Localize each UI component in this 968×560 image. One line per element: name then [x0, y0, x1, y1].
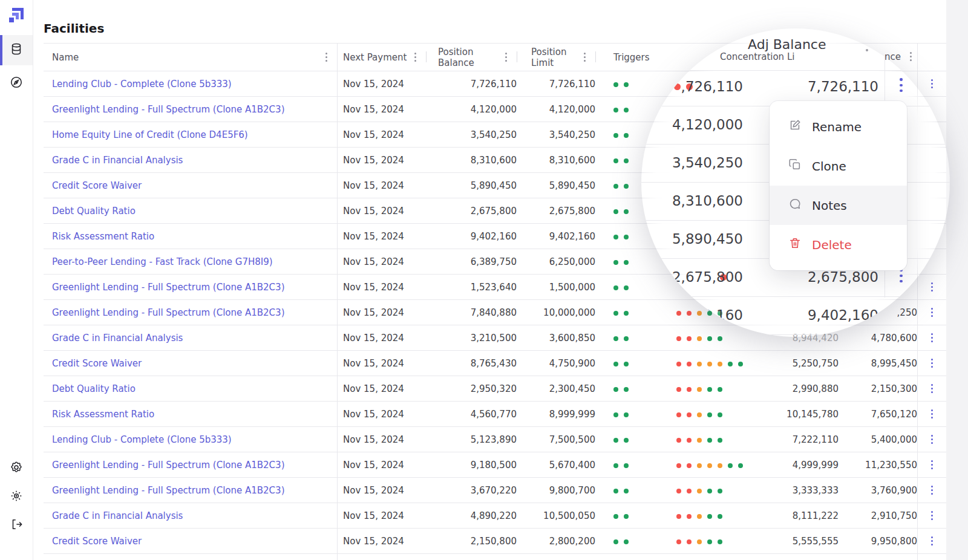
facility-name-link[interactable]: Debt Quality Ratio: [52, 383, 136, 394]
row-actions-kebab[interactable]: [931, 510, 933, 521]
adj-balance-cell: 7,222,110: [771, 434, 839, 445]
green-status-dot: [718, 514, 722, 519]
position-limit-cell: 2,800,200: [517, 536, 595, 547]
next-payment-cell: Nov 15, 2024: [337, 282, 426, 293]
red-status-dot: [687, 514, 692, 519]
sidebar-item-facilities[interactable]: [0, 35, 33, 65]
position-limit-cell: 8,310,600: [517, 155, 595, 166]
column-header-concentration-label[interactable]: Concentration Li: [720, 51, 794, 62]
row-actions-kebab[interactable]: [931, 459, 933, 470]
green-status-dot: [613, 82, 618, 87]
triggers-cell: [595, 307, 665, 318]
position-balance-cell: 4,890,220: [426, 510, 517, 521]
next-payment-cell: Nov 15, 2024: [337, 180, 426, 191]
position-limit-cell: 6,250,000: [517, 256, 595, 267]
menu-item-notes[interactable]: Notes: [770, 186, 907, 225]
position-balance-cell: 7,726,110: [426, 79, 517, 90]
green-status-dot: [707, 336, 712, 341]
lens-adj-balance-value: 3,540,250: [641, 144, 743, 182]
row-actions-kebab[interactable]: [900, 77, 903, 94]
adj-balance-cell: 4,999,999: [771, 460, 839, 470]
column-menu-icon[interactable]: [414, 51, 416, 63]
menu-item-label: Notes: [812, 198, 847, 213]
balance-cell: 2,910,750: [839, 510, 917, 521]
row-actions-kebab[interactable]: [931, 332, 933, 343]
column-header-next-payment[interactable]: Next Payment: [337, 44, 426, 71]
position-limit-cell: 7,726,110: [517, 79, 595, 90]
facility-name-link[interactable]: Risk Assessment Ratio: [52, 409, 154, 420]
facility-name-link[interactable]: Greenlight Lending - Full Spectrum (Clon…: [52, 485, 285, 496]
green-status-dot: [624, 184, 629, 189]
facility-name-link[interactable]: Lending Club - Complete (Clone 5b333): [52, 79, 232, 90]
facility-name-link[interactable]: Debt Quality Ratio: [52, 206, 136, 217]
facility-name-link[interactable]: Lending Club - Complete (Clone 5b333): [52, 434, 232, 445]
row-actions-kebab[interactable]: [931, 357, 933, 369]
gear-icon: [10, 461, 23, 477]
sidebar-item-explore[interactable]: [0, 68, 33, 99]
row-actions-kebab[interactable]: [931, 484, 933, 496]
column-header-name[interactable]: Name: [44, 44, 337, 71]
facility-name-link[interactable]: Grade C in Financial Analysis: [52, 155, 183, 166]
green-status-dot: [624, 362, 629, 366]
row-actions-kebab[interactable]: [931, 408, 933, 420]
green-status-dot: [624, 311, 629, 316]
column-header-triggers[interactable]: Triggers: [595, 44, 665, 71]
column-menu-icon[interactable]: [325, 51, 327, 63]
row-actions-kebab[interactable]: [931, 535, 933, 547]
facility-name-link[interactable]: Peer-to-Peer Lending - Fast Track (Clone…: [52, 256, 273, 267]
orange-status-dot: [718, 362, 722, 366]
row-actions-kebab[interactable]: [931, 307, 933, 318]
facility-name-link[interactable]: Credit Score Waiver: [52, 180, 142, 191]
menu-item-clone[interactable]: Clone: [770, 146, 907, 186]
next-payment-cell: Nov 15, 2024: [337, 104, 426, 115]
column-header-position-limit[interactable]: Position Limit: [517, 44, 595, 71]
orange-status-dot: [697, 438, 702, 443]
facility-name-link[interactable]: Home Equity Line of Credit (Clone D4E5F6…: [52, 129, 248, 140]
row-actions-kebab[interactable]: [931, 434, 933, 445]
orange-status-dot: [697, 311, 702, 316]
facility-name-link[interactable]: Credit Score Waiver: [52, 358, 142, 369]
sidebar-item-settings[interactable]: [0, 454, 33, 484]
column-header-position-balance[interactable]: Position Balance: [426, 44, 517, 71]
position-balance-cell: 5,123,890: [426, 434, 517, 445]
next-payment-cell: Nov 15, 2024: [337, 256, 426, 267]
menu-item-rename[interactable]: Rename: [770, 107, 907, 146]
facility-name-link[interactable]: Risk Assessment Ratio: [52, 231, 154, 242]
facility-name-link[interactable]: Credit Score Waiver: [52, 536, 142, 547]
lens-adj-balance-value: 8,310,600: [641, 182, 743, 220]
row-actions-kebab[interactable]: [931, 78, 933, 90]
adj-balance-cell: 10,145,780: [771, 409, 839, 420]
facility-name-link[interactable]: Grade C in Financial Analysis: [52, 510, 183, 521]
row-actions-kebab[interactable]: [931, 281, 933, 293]
red-status-dot: [687, 311, 692, 316]
facility-name-link[interactable]: Greenlight Lending - Full Spectrum (Clon…: [52, 282, 285, 293]
red-status-dot: [676, 539, 681, 544]
green-status-dot: [707, 387, 712, 392]
facility-name-link[interactable]: Greenlight Lending - Full Spectrum (Clon…: [52, 307, 285, 318]
database-icon: [10, 42, 23, 58]
green-status-dot: [613, 514, 618, 519]
next-payment-cell: Nov 15, 2024: [337, 383, 426, 394]
column-menu-icon[interactable]: [910, 51, 912, 62]
row-actions-kebab[interactable]: [931, 383, 933, 394]
column-menu-icon[interactable]: [584, 51, 586, 63]
facility-name-link[interactable]: Grade C in Financial Analysis: [52, 333, 183, 343]
menu-item-delete[interactable]: Delete: [770, 225, 907, 264]
position-balance-cell: 3,210,500: [426, 333, 517, 343]
next-payment-cell: Nov 15, 2024: [337, 434, 426, 445]
adj-balance-cell: 5,250,750: [771, 358, 839, 369]
sidebar-item-logout[interactable]: [0, 510, 33, 541]
sidebar-item-theme-toggle[interactable]: [0, 482, 33, 512]
green-status-dot: [624, 82, 629, 87]
column-menu-icon[interactable]: [505, 51, 507, 63]
green-status-dot: [624, 158, 629, 163]
next-payment-cell: Nov 15, 2024: [337, 307, 426, 318]
app-logo[interactable]: [7, 6, 25, 24]
position-limit-cell: 1,500,000: [517, 282, 595, 293]
column-header-adj-balance-label[interactable]: nce: [885, 51, 901, 62]
triggers-cell: [595, 434, 665, 445]
next-payment-cell: Nov 15, 2024: [337, 536, 426, 547]
facility-name-link[interactable]: Greenlight Lending - Full Spectrum (Clon…: [52, 104, 285, 115]
facility-name-link[interactable]: Greenlight Lending - Full Spectrum (Clon…: [52, 460, 285, 470]
green-status-dot: [613, 158, 618, 163]
